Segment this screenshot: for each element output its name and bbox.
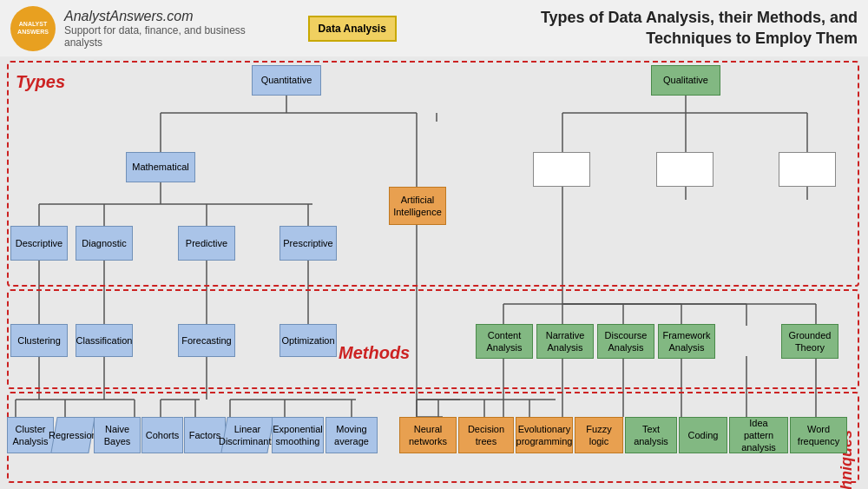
node-fuzzy-logic: Fuzzy logic [575, 417, 623, 453]
node-content-analysis: Content Analysis [476, 324, 533, 359]
data-analysis-box: Data Analysis [308, 16, 397, 42]
node-discourse-analysis: Discourse Analysis [597, 324, 654, 359]
header-title: Types of Data Analysis, their Methods, a… [423, 8, 858, 49]
node-exponential-smoothing: Exponential smoothing [272, 417, 324, 453]
node-predictive: Predictive [178, 226, 235, 261]
diagram: Types Methods Techniques Quantitative Qu… [0, 56, 868, 489]
header: ANALYST ANSWERS AnalystAnswers.com Suppo… [0, 0, 868, 56]
node-idea-pattern-analysis: Idea pattern analysis [729, 417, 788, 453]
title-line2: Techniques to Employ Them [423, 29, 858, 49]
node-coding: Coding [679, 417, 727, 453]
node-evolutionary-programming: Evolutionary programming [516, 417, 573, 453]
node-descriptive: Descriptive [10, 226, 68, 261]
node-ai: Artificial Intelligence [389, 187, 446, 225]
node-forecasting: Forecasting [178, 324, 235, 357]
node-quantitative: Quantitative [252, 65, 321, 96]
title-line1: Types of Data Analysis, their Methods, a… [423, 8, 858, 28]
node-qual-box3 [779, 152, 836, 187]
header-center: Data Analysis [308, 16, 397, 42]
node-moving-average: Moving average [326, 417, 378, 453]
label-types: Types [16, 72, 65, 92]
site-name: AnalystAnswers.com [64, 9, 282, 24]
node-optimization: Optimization [279, 324, 337, 357]
node-grounded-theory: Grounded Theory [781, 324, 838, 359]
node-neural-networks: Neural networks [399, 417, 457, 453]
node-cohorts: Cohorts [141, 417, 183, 453]
node-qualitative: Qualitative [651, 65, 720, 96]
node-regression: Regression [50, 417, 95, 453]
node-framework-analysis: Framework Analysis [658, 324, 715, 359]
node-decision-trees: Decision trees [458, 417, 514, 453]
node-linear-discriminants: Linear Discriminants [220, 417, 273, 453]
logo-text: ANALYST ANSWERS [10, 21, 56, 36]
node-mathematical: Mathematical [126, 152, 195, 182]
label-methods: Methods [339, 343, 410, 363]
tagline: Support for data, finance, and business … [64, 24, 282, 49]
node-text-analysis: Text analysis [625, 417, 677, 453]
node-word-frequency: Word frequency [790, 417, 847, 453]
node-prescriptive: Prescriptive [279, 226, 337, 261]
node-diagnostic: Diagnostic [76, 226, 133, 261]
header-text: AnalystAnswers.com Support for data, fin… [64, 9, 282, 49]
logo: ANALYST ANSWERS [10, 6, 56, 51]
section-methods [7, 289, 859, 389]
node-qual-box1 [533, 152, 590, 187]
node-classification: Classification [76, 324, 133, 357]
node-naive-bayes: Naive Bayes [94, 417, 141, 453]
node-qual-box2 [656, 152, 713, 187]
node-clustering: Clustering [10, 324, 68, 357]
node-narrative-analysis: Narrative Analysis [536, 324, 594, 359]
node-cluster-analysis: Cluster Analysis [7, 417, 54, 453]
